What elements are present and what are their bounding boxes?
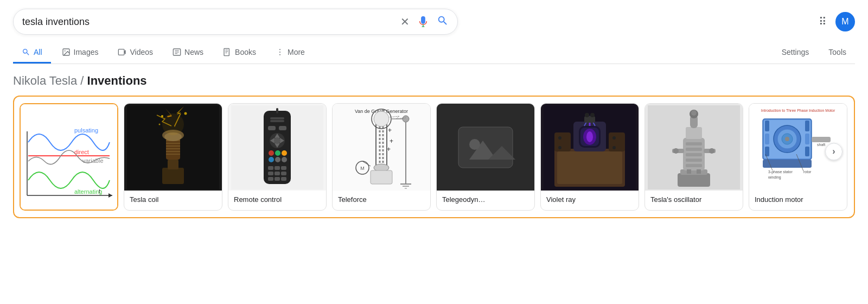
clear-icon[interactable]: ✕ — [400, 15, 410, 28]
svg-point-47 — [269, 150, 274, 156]
svg-point-72 — [403, 116, 409, 122]
tab-books-label: Books — [235, 48, 256, 56]
svg-rect-137 — [765, 121, 769, 131]
nav-tabs: All Images Videos News Books — [13, 42, 855, 64]
svg-point-105 — [612, 136, 616, 140]
svg-point-107 — [612, 146, 616, 149]
svg-point-50 — [269, 157, 274, 162]
tab-news-label: News — [184, 48, 203, 56]
svg-rect-70 — [371, 170, 392, 184]
invention-ac[interactable]: pulsating direct variable alternating t … — [20, 103, 118, 211]
telegeodyn-label: Telegeodyn… — [437, 191, 534, 210]
tools-tab[interactable]: Tools — [820, 42, 855, 64]
svg-text:pulsating: pulsating — [74, 127, 98, 134]
placeholder-svg — [439, 105, 532, 189]
tab-images-label: Images — [74, 48, 99, 56]
carousel-items: pulsating direct variable alternating t … — [20, 103, 848, 211]
inventions-carousel: pulsating direct variable alternating t … — [13, 96, 855, 218]
svg-point-124 — [709, 148, 714, 154]
svg-text:+: + — [388, 126, 392, 134]
settings-tab[interactable]: Settings — [773, 42, 818, 64]
nav-settings: Settings Tools — [773, 42, 855, 64]
svg-rect-53 — [268, 166, 273, 170]
svg-rect-103 — [609, 132, 625, 151]
violet-label: Violet ray — [541, 191, 639, 210]
svg-rect-142 — [805, 147, 809, 156]
svg-text:3-phase stator: 3-phase stator — [768, 170, 793, 174]
search-bar-container: ✕ — [13, 9, 458, 35]
oscillator-svg — [648, 105, 740, 189]
svg-point-100 — [585, 113, 589, 117]
books-tab-icon — [223, 48, 232, 56]
svg-rect-57 — [275, 172, 280, 175]
svg-point-48 — [275, 150, 280, 156]
teleforce-svg: Van de Graaff Generator — [335, 105, 427, 189]
invention-oscillator[interactable]: Tesla's oscillator — [644, 103, 743, 211]
violet-image — [541, 104, 639, 191]
svg-rect-143 — [763, 160, 812, 168]
tab-videos[interactable]: Videos — [109, 42, 162, 64]
svg-text:t: t — [99, 188, 100, 194]
avatar[interactable]: M — [835, 12, 855, 31]
invention-teleforce[interactable]: Van de Graaff Generator — [332, 103, 431, 211]
svg-rect-113 — [686, 148, 702, 151]
svg-rect-132 — [812, 137, 831, 142]
coil-label: Tesla coil — [124, 191, 222, 210]
svg-text:direct: direct — [74, 149, 89, 155]
svg-rect-61 — [281, 177, 286, 181]
section-title: Nikola Tesla / Inventions — [13, 74, 855, 88]
svg-rect-141 — [805, 134, 809, 144]
svg-rect-102 — [554, 132, 571, 151]
svg-point-52 — [282, 157, 287, 162]
svg-point-123 — [673, 148, 679, 154]
svg-text:variable: variable — [82, 157, 104, 164]
svg-rect-117 — [686, 127, 702, 139]
svg-point-46 — [274, 137, 280, 144]
tab-books[interactable]: Books — [214, 42, 265, 64]
svg-point-49 — [282, 150, 287, 156]
teleforce-label: Teleforce — [333, 191, 430, 210]
telegeodyn-image — [437, 104, 534, 191]
svg-rect-55 — [281, 166, 286, 170]
images-tab-icon — [62, 48, 71, 56]
remote-label: Remote control — [228, 191, 326, 210]
news-tab-icon — [173, 48, 181, 56]
svg-point-6 — [279, 52, 280, 53]
svg-text:Introduction to Three Phase In: Introduction to Three Phase Induction Mo… — [761, 109, 835, 112]
svg-rect-99 — [584, 116, 595, 123]
tools-label: Tools — [828, 48, 846, 56]
invention-violet[interactable]: Violet ray — [540, 103, 639, 211]
svg-point-87 — [469, 139, 480, 150]
invention-coil[interactable]: Tesla coil — [124, 103, 222, 211]
svg-text:rotor: rotor — [803, 170, 812, 174]
svg-rect-40 — [279, 126, 286, 130]
tab-news[interactable]: News — [164, 42, 212, 64]
search-input[interactable] — [22, 16, 400, 28]
tab-more[interactable]: More — [267, 42, 314, 64]
search-tab-icon — [22, 48, 30, 56]
tab-images[interactable]: Images — [53, 42, 107, 64]
induction-label: Induction motor — [749, 191, 847, 210]
carousel-next-button[interactable]: › — [825, 143, 843, 160]
svg-point-33 — [159, 123, 161, 125]
search-icon[interactable] — [437, 15, 449, 29]
chevron-right-icon: › — [832, 147, 835, 156]
invention-induction[interactable]: Introduction to Three Phase Induction Mo… — [749, 103, 847, 211]
svg-rect-60 — [275, 177, 280, 181]
tab-all[interactable]: All — [13, 42, 51, 64]
search-bar-row: ✕ — [13, 9, 855, 35]
invention-telegeodyn[interactable]: Telegeodyn… — [436, 103, 535, 211]
svg-point-136 — [785, 137, 789, 141]
svg-rect-58 — [281, 172, 286, 175]
svg-point-5 — [279, 49, 280, 50]
svg-point-30 — [162, 113, 184, 135]
svg-rect-125 — [687, 169, 691, 174]
svg-rect-90 — [557, 151, 622, 184]
svg-rect-116 — [686, 164, 702, 167]
ac-image: pulsating direct variable alternating t — [21, 104, 117, 210]
svg-rect-39 — [268, 126, 276, 130]
grid-icon[interactable]: ⠿ — [819, 15, 827, 28]
mic-icon[interactable] — [417, 16, 429, 28]
svg-rect-56 — [268, 172, 273, 175]
invention-remote[interactable]: Remote control — [228, 103, 327, 211]
